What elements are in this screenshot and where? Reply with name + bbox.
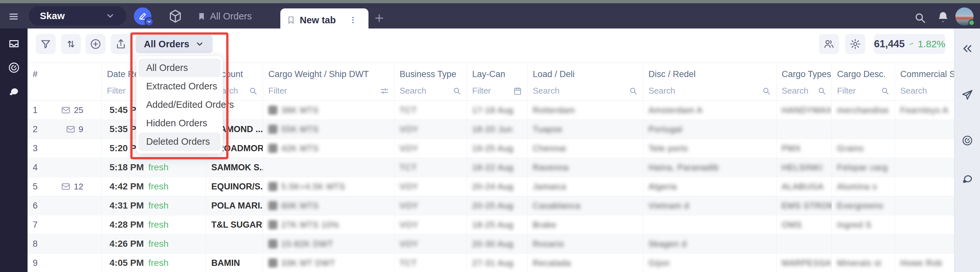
search-icon[interactable] [817, 87, 826, 95]
cell-load_deli[interactable]: Casablanca [528, 196, 643, 215]
column-search-input[interactable]: Search [399, 86, 426, 96]
filter-button[interactable] [36, 34, 56, 54]
cell-cargo_types[interactable]: HANDYMAX V [776, 101, 832, 120]
cell-lay_can[interactable]: 18-22 Aug [467, 158, 528, 177]
cell-cargo_desc[interactable]: merchandise [832, 101, 895, 120]
cell-disc_redel[interactable]: Amsterdam A [643, 101, 776, 120]
sliders-icon[interactable] [380, 87, 389, 95]
cell-cargo_types[interactable] [776, 234, 832, 253]
view-selector-button[interactable]: All Orders [135, 35, 213, 53]
email-count-badge[interactable]: 12 [61, 182, 96, 192]
cell-num[interactable]: 8 [27, 234, 102, 253]
cell-cargo_desc[interactable]: Ingred S [832, 215, 895, 234]
export-button[interactable] [111, 34, 131, 54]
cell-load_deli[interactable]: Rosario [528, 234, 643, 253]
cell-commercial[interactable] [895, 196, 954, 215]
cell-lay_can[interactable]: 18-25 Aug [467, 215, 528, 234]
cell-business_type[interactable]: VOY [395, 215, 467, 234]
cell-load_deli[interactable]: Ravenna [528, 158, 643, 177]
cell-num[interactable]: 512 [27, 177, 102, 196]
calendar-icon[interactable] [513, 87, 522, 95]
cell-cargo_types[interactable] [776, 120, 832, 139]
cell-cargo_weight[interactable]: 5.5K+4.5K MTS [263, 177, 395, 196]
table-row[interactable]: 94:05 PMfreshBAMIN33K MT DWTTCT27-31 Aug… [27, 253, 954, 272]
bookmarked-view[interactable]: All Orders [197, 11, 252, 22]
cell-commercial[interactable] [895, 177, 954, 196]
cell-cargo_types[interactable]: EMS STROM [776, 196, 832, 215]
cell-cargo_types[interactable]: HELSINKI [776, 158, 832, 177]
settings-button[interactable] [845, 34, 865, 54]
cell-cargo_weight[interactable]: 33K MT DWT [263, 253, 395, 272]
column-filter-input[interactable]: Filter [268, 86, 287, 96]
sort-button[interactable] [61, 34, 81, 54]
cell-date[interactable]: 4:42 PMfresh [102, 177, 206, 196]
cell-commercial[interactable] [895, 120, 954, 139]
cell-disc_redel[interactable]: Skagen d [643, 234, 776, 253]
table-row[interactable]: 64:31 PMfreshPOLA MARI...60K MTSVOY20-25… [27, 196, 954, 215]
cell-date[interactable]: 4:05 PMfresh [102, 253, 206, 272]
chat-icon[interactable] [8, 85, 20, 98]
cell-commercial[interactable]: Howe Rob [895, 253, 954, 272]
cell-cargo_desc[interactable] [832, 120, 895, 139]
cell-num[interactable]: 6 [27, 196, 102, 215]
search-icon[interactable] [629, 87, 638, 95]
chat-icon[interactable] [961, 173, 974, 185]
collapse-panel-icon[interactable] [961, 43, 973, 54]
cell-business_type[interactable]: VOY [395, 139, 467, 158]
column-search-input[interactable]: Search [649, 86, 675, 96]
cell-cargo_desc[interactable]: Felspar carg [832, 158, 895, 177]
cell-account[interactable]: BAMIN [206, 253, 263, 272]
cell-cargo_weight[interactable] [263, 158, 395, 177]
cell-cargo_weight[interactable]: 55K MTS [263, 120, 395, 139]
cell-business_type[interactable]: VOY [395, 177, 467, 196]
cell-cargo_types[interactable]: OMS [776, 215, 832, 234]
cell-lay_can[interactable]: 18-20 Jun [467, 120, 528, 139]
cell-business_type[interactable]: TCT [395, 158, 467, 177]
cell-commercial[interactable] [895, 234, 954, 253]
send-icon[interactable] [961, 89, 974, 101]
target-icon[interactable] [961, 135, 973, 146]
cell-cargo_types[interactable]: MARPESSA V [776, 253, 832, 272]
cell-load_deli[interactable]: Chennai [528, 139, 643, 158]
cell-account[interactable]: T&L SUGARS [206, 215, 263, 234]
cell-num[interactable]: 125 [27, 101, 102, 120]
cell-load_deli[interactable]: Recalada [528, 253, 643, 272]
assignees-button[interactable] [819, 34, 839, 54]
table-row[interactable]: 84:26 PMfresh15-82K DWTVOY20-30 AugRosar… [27, 234, 954, 253]
table-row[interactable]: 74:28 PMfreshT&L SUGARS27K MTS 10%VOY18-… [27, 215, 954, 234]
cell-date[interactable]: 4:26 PMfresh [102, 234, 206, 253]
cell-disc_redel[interactable]: Portugal [643, 120, 776, 139]
menu-item-added-edited-orders[interactable]: Added/Edited Orders [138, 95, 221, 114]
column-filter-input[interactable]: Filter [837, 86, 856, 96]
cell-disc_redel[interactable]: Algeria [643, 177, 776, 196]
menu-item-hidden-orders[interactable]: Hidden Orders [138, 114, 221, 133]
inbox-icon[interactable] [8, 38, 20, 50]
cell-cargo_desc[interactable]: Evergreens [832, 196, 895, 215]
cell-disc_redel[interactable]: Haina, Paranadib [643, 158, 776, 177]
package-icon[interactable] [168, 9, 183, 24]
cell-cargo_weight[interactable]: 60K MTS [263, 196, 395, 215]
cell-load_deli[interactable]: Jamaica [528, 177, 643, 196]
cell-num[interactable]: 29 [27, 120, 102, 139]
cell-num[interactable]: 4 [27, 158, 102, 177]
cell-num[interactable]: 7 [27, 215, 102, 234]
cell-disc_redel[interactable]: Gijon [643, 253, 776, 272]
cell-num[interactable]: 3 [27, 139, 102, 158]
cell-disc_redel[interactable] [643, 215, 776, 234]
cell-load_deli[interactable]: Rotterdam [528, 101, 643, 120]
table-row[interactable]: 45:18 PMfreshSAMMOK S...TCT18-22 AugRave… [27, 158, 954, 177]
cell-cargo_weight[interactable]: 42K MTS [263, 139, 395, 158]
cell-cargo_desc[interactable]: Minerals st [832, 253, 895, 272]
cell-lay_can[interactable]: 20-30 Aug [467, 234, 528, 253]
column-filter-input[interactable]: Filter [107, 86, 126, 96]
cell-cargo_types[interactable]: PMX [776, 139, 832, 158]
workspace-selector[interactable]: Skaw [29, 6, 126, 25]
cell-account[interactable]: SAMMOK S... [206, 158, 263, 177]
add-order-button[interactable] [86, 34, 106, 54]
menu-item-deleted-orders[interactable]: Deleted Orders [138, 133, 221, 151]
cell-cargo_desc[interactable] [832, 234, 895, 253]
cell-business_type[interactable]: TCT [395, 253, 467, 272]
cell-commercial[interactable] [895, 158, 954, 177]
target-icon[interactable] [8, 62, 20, 74]
column-search-input[interactable]: Search [900, 86, 927, 96]
